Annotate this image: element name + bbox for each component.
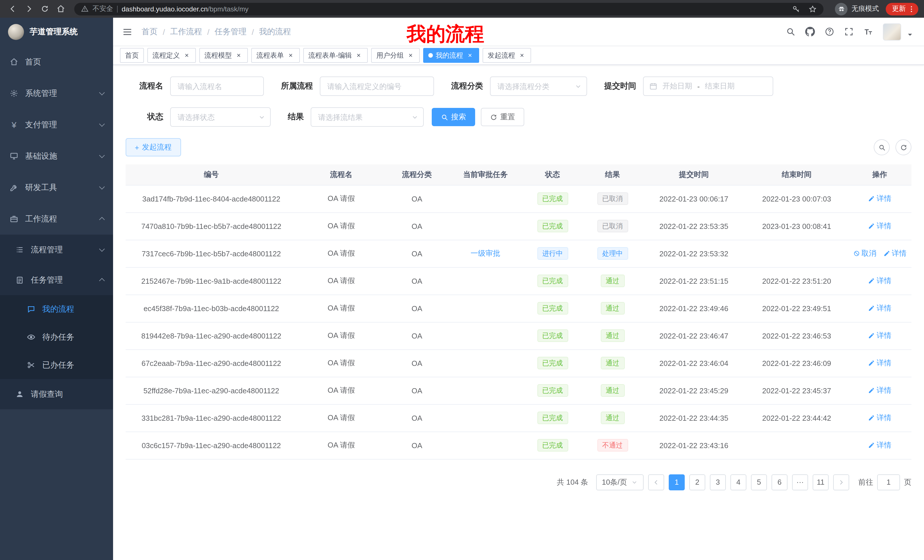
- parent-process-input[interactable]: [320, 76, 434, 96]
- submit-time-range-picker[interactable]: 开始日期 - 结束日期: [643, 76, 773, 96]
- breadcrumb-separator: /: [163, 27, 165, 36]
- close-icon[interactable]: ×: [406, 51, 415, 59]
- detail-link[interactable]: 详情: [868, 331, 891, 341]
- pager-more-button[interactable]: ···: [792, 474, 808, 490]
- pencil-icon: [868, 442, 875, 449]
- close-icon[interactable]: ×: [286, 51, 295, 59]
- detail-link[interactable]: 详情: [868, 221, 891, 231]
- address-bar[interactable]: 不安全 dashboard.yudao.iocoder.cn/bpm/task/…: [74, 3, 824, 15]
- browser-reload-icon[interactable]: [38, 2, 51, 16]
- sidebar-item-my-process[interactable]: 我的流程: [0, 295, 113, 323]
- browser-forward-icon[interactable]: [22, 2, 35, 16]
- cell-current-task: [448, 377, 522, 404]
- page-button-11[interactable]: 11: [813, 474, 829, 490]
- sidebar-item-todo-tasks[interactable]: 待办任务: [0, 323, 113, 351]
- breadcrumb-item[interactable]: 工作流程: [170, 27, 202, 37]
- submit-time-label: 提交时间: [604, 81, 636, 91]
- tab-user-group[interactable]: 用户分组×: [371, 48, 420, 63]
- reset-button[interactable]: 重置: [481, 108, 524, 126]
- fullscreen-icon[interactable]: [844, 27, 854, 36]
- detail-link[interactable]: 详情: [868, 413, 891, 423]
- tab-start-process[interactable]: 发起流程×: [483, 48, 531, 63]
- cancel-link[interactable]: 取消: [853, 248, 876, 259]
- help-icon[interactable]: [825, 27, 834, 36]
- sidebar-item-dev-tools[interactable]: 研发工具: [0, 172, 113, 203]
- page-button-4[interactable]: 4: [730, 474, 746, 490]
- status-badge: 通过: [600, 384, 624, 397]
- sidebar-item-task-management[interactable]: 任务管理: [0, 265, 113, 295]
- font-size-icon[interactable]: [864, 27, 873, 36]
- sidebar-item-home[interactable]: 首页: [0, 46, 113, 78]
- browser-home-icon[interactable]: [54, 2, 68, 16]
- cell-end-time: 2022-01-22 23:51:20: [745, 267, 848, 295]
- sidebar-item-payment-management[interactable]: ¥支付管理: [0, 109, 113, 141]
- close-icon[interactable]: ×: [355, 51, 363, 59]
- goto-suffix: 页: [904, 477, 911, 487]
- status-select[interactable]: [170, 107, 271, 127]
- refresh-table-icon[interactable]: [896, 139, 911, 155]
- close-icon[interactable]: ×: [518, 51, 526, 59]
- status-badge: 已完成: [537, 412, 568, 424]
- tab-process-model[interactable]: 流程模型×: [199, 48, 248, 63]
- github-icon[interactable]: [805, 27, 815, 36]
- sidebar-item-done-tasks[interactable]: 已办任务: [0, 351, 113, 379]
- sidebar-item-infrastructure[interactable]: 基础设施: [0, 141, 113, 172]
- detail-link[interactable]: 详情: [868, 303, 891, 313]
- user-avatar[interactable]: [883, 23, 901, 40]
- page-button-1[interactable]: 1: [669, 474, 685, 490]
- result-select[interactable]: [310, 107, 424, 127]
- page-button-5[interactable]: 5: [751, 474, 767, 490]
- table-row: 3ad174fb-7b9d-11ec-8404-acde48001122OA 请…: [126, 185, 911, 213]
- close-icon[interactable]: ×: [183, 51, 191, 59]
- tab-process-definition[interactable]: 流程定义×: [147, 48, 196, 63]
- close-icon[interactable]: ×: [466, 51, 474, 59]
- goto-page-input[interactable]: [877, 474, 900, 490]
- task-link[interactable]: 一级审批: [471, 249, 500, 258]
- page-button-2[interactable]: 2: [689, 474, 705, 490]
- category-select[interactable]: [490, 76, 587, 96]
- page-button-6[interactable]: 6: [771, 474, 788, 490]
- detail-link[interactable]: 详情: [868, 193, 891, 204]
- browser-menu-icon[interactable]: [908, 5, 915, 13]
- avatar-caret-icon[interactable]: [905, 29, 915, 39]
- password-key-icon[interactable]: [792, 5, 800, 13]
- close-icon[interactable]: ×: [235, 51, 243, 59]
- start-process-button[interactable]: + 发起流程: [126, 138, 181, 156]
- app-logo[interactable]: 芋道管理系统: [0, 18, 113, 46]
- tab-my-process[interactable]: 我的流程×: [423, 48, 479, 63]
- detail-link[interactable]: 详情: [883, 248, 907, 259]
- cell-current-task[interactable]: 一级审批: [448, 240, 522, 267]
- header-search-icon[interactable]: [786, 27, 795, 36]
- page-size-select[interactable]: 10条/页: [596, 474, 644, 490]
- bookmark-star-icon[interactable]: [808, 5, 817, 13]
- process-name-input[interactable]: [170, 76, 264, 96]
- prev-page-button[interactable]: [648, 474, 664, 490]
- toggle-search-icon[interactable]: [874, 139, 890, 155]
- browser-update-button[interactable]: 更新: [886, 3, 918, 15]
- breadcrumb-item[interactable]: 首页: [142, 27, 158, 37]
- detail-link[interactable]: 详情: [868, 276, 891, 286]
- tab-process-form[interactable]: 流程表单×: [251, 48, 300, 63]
- search-button[interactable]: 搜索: [432, 108, 475, 126]
- cell-category: OA: [386, 240, 448, 267]
- sidebar-item-system-management[interactable]: 系统管理: [0, 78, 113, 109]
- detail-link[interactable]: 详情: [868, 358, 891, 368]
- tab-process-form-edit[interactable]: 流程表单-编辑×: [303, 48, 368, 63]
- page-button-3[interactable]: 3: [710, 474, 726, 490]
- sidebar-item-process-management[interactable]: 流程管理: [0, 235, 113, 265]
- detail-link[interactable]: 详情: [868, 440, 891, 451]
- date-start-placeholder: 开始日期: [663, 81, 692, 91]
- not-secure-icon[interactable]: [81, 5, 88, 13]
- status-badge: 进行中: [537, 247, 568, 260]
- cell-id: 52ffd28e-7b9a-11ec-a290-acde48001122: [126, 377, 297, 404]
- tab-home[interactable]: 首页: [120, 48, 144, 63]
- pencil-icon: [868, 387, 875, 394]
- sidebar-toggle-icon[interactable]: [122, 27, 132, 37]
- breadcrumb-item[interactable]: 任务管理: [215, 27, 247, 37]
- browser-back-icon[interactable]: [6, 2, 20, 16]
- detail-link[interactable]: 详情: [868, 385, 891, 395]
- next-page-button[interactable]: [833, 474, 849, 490]
- sidebar-item-workflow[interactable]: 工作流程: [0, 203, 113, 235]
- cell-id: ec45f38f-7b9a-11ec-b03b-acde48001122: [126, 295, 297, 322]
- sidebar-item-leave-query[interactable]: 请假查询: [0, 379, 113, 409]
